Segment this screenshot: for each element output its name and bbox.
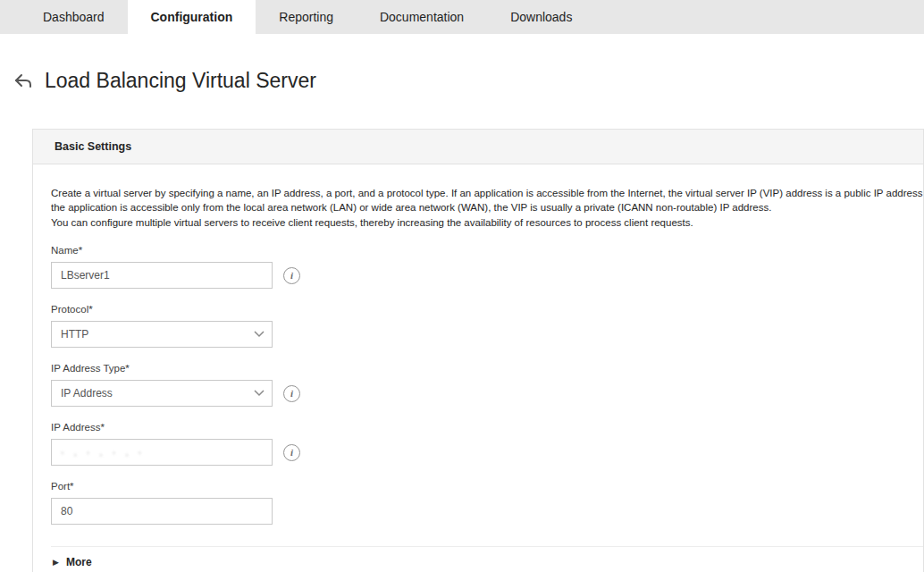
tab-configuration[interactable]: Configuration bbox=[128, 0, 256, 34]
name-label: Name* bbox=[51, 245, 923, 256]
chevron-down-icon bbox=[254, 390, 265, 397]
info-icon[interactable]: i bbox=[283, 267, 300, 284]
panel-description: Create a virtual server by specifying a … bbox=[51, 186, 923, 231]
port-input[interactable] bbox=[51, 498, 273, 525]
panel-header: Basic Settings bbox=[33, 130, 923, 164]
name-input[interactable] bbox=[51, 262, 273, 289]
info-icon[interactable]: i bbox=[283, 385, 300, 402]
ip-address-type-label: IP Address Type* bbox=[51, 363, 923, 374]
field-ip-address: IP Address* · . · . · . · i bbox=[51, 422, 923, 466]
protocol-selected-value: HTTP bbox=[61, 328, 88, 341]
tab-reporting[interactable]: Reporting bbox=[256, 0, 357, 34]
port-label: Port* bbox=[51, 481, 923, 492]
page-title-row: Load Balancing Virtual Server bbox=[13, 55, 924, 107]
ip-address-masked-value: · . · . · . · bbox=[61, 447, 145, 458]
chevron-down-icon bbox=[254, 331, 265, 338]
field-ip-address-type: IP Address Type* IP Address i bbox=[51, 363, 923, 407]
field-port: Port* bbox=[51, 481, 923, 525]
more-label: More bbox=[66, 556, 92, 568]
expander-triangle-icon: ▶ bbox=[53, 559, 59, 567]
description-line: You can configure multiple virtual serve… bbox=[51, 215, 923, 231]
ip-address-type-select[interactable]: IP Address bbox=[51, 380, 273, 407]
back-arrow-icon[interactable] bbox=[13, 71, 34, 92]
top-tab-bar: Dashboard Configuration Reporting Docume… bbox=[0, 0, 924, 34]
protocol-label: Protocol* bbox=[51, 304, 923, 315]
description-line: the application is accessible only from … bbox=[51, 200, 923, 215]
info-icon[interactable]: i bbox=[283, 444, 300, 461]
protocol-select[interactable]: HTTP bbox=[51, 321, 273, 348]
field-protocol: Protocol* HTTP bbox=[51, 304, 923, 348]
ip-address-type-selected-value: IP Address bbox=[61, 387, 113, 400]
field-name: Name* i bbox=[51, 245, 923, 289]
basic-settings-panel: Basic Settings Create a virtual server b… bbox=[32, 129, 924, 572]
tab-documentation[interactable]: Documentation bbox=[357, 0, 487, 34]
description-line: Create a virtual server by specifying a … bbox=[51, 186, 923, 201]
tab-dashboard[interactable]: Dashboard bbox=[20, 0, 128, 34]
more-expander[interactable]: ▶ More bbox=[51, 546, 923, 572]
ip-address-input[interactable]: · . · . · . · bbox=[51, 439, 273, 466]
page-title: Load Balancing Virtual Server bbox=[45, 69, 316, 93]
tab-downloads[interactable]: Downloads bbox=[487, 0, 595, 34]
ip-address-label: IP Address* bbox=[51, 422, 923, 433]
